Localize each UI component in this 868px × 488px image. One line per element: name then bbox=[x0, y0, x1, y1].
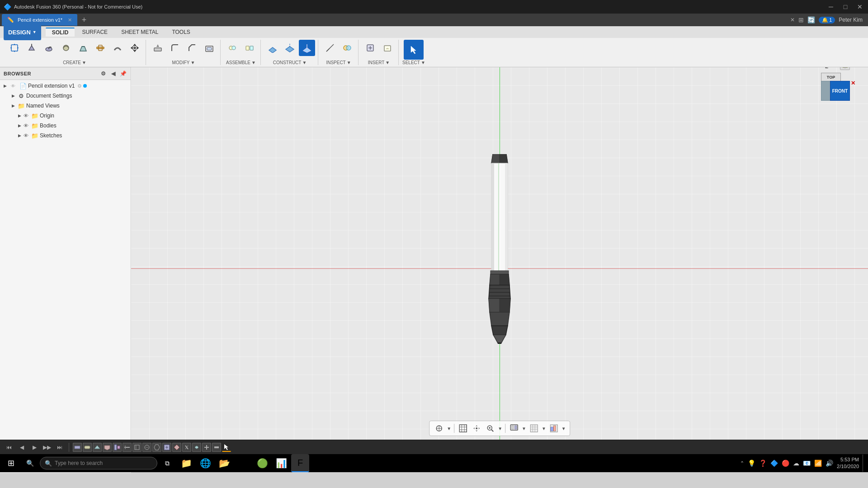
new-component-button[interactable] bbox=[6, 40, 23, 56]
next-frame-button[interactable]: ▶▶ bbox=[42, 442, 52, 453]
sweep-button[interactable] bbox=[58, 40, 74, 56]
root-visibility-icon[interactable]: 👁 bbox=[9, 82, 17, 89]
browser-settings-icon[interactable]: ⚙ bbox=[99, 70, 107, 78]
timeline-tool-12[interactable] bbox=[182, 443, 191, 452]
zoom-arrow[interactable]: ▼ bbox=[498, 426, 502, 431]
viewport[interactable]: 🏠 Z TOP FRONT ✕ bbox=[131, 67, 868, 440]
close-file-icon[interactable]: ✕ bbox=[790, 17, 795, 23]
bodies-arrow[interactable]: ▶ bbox=[16, 122, 23, 129]
revolve-button[interactable] bbox=[41, 40, 57, 56]
pipe-button[interactable] bbox=[109, 40, 126, 56]
tab-sheet-metal[interactable]: SHEET METAL bbox=[115, 28, 165, 36]
modify-arrow-icon[interactable]: ▼ bbox=[190, 60, 195, 65]
tray-unknown-icon[interactable]: 🔴 bbox=[782, 460, 789, 467]
sketches-arrow[interactable]: ▶ bbox=[16, 132, 23, 139]
go-start-button[interactable]: ⏮ bbox=[4, 442, 14, 453]
origin-visibility-icon[interactable]: 👁 bbox=[23, 113, 29, 119]
timeline-tool-1[interactable] bbox=[73, 443, 82, 452]
insert-derive-button[interactable] bbox=[362, 40, 378, 56]
browser-item-root[interactable]: ▶ 👁 📄 Pencil extension v1 ⚙ bbox=[0, 81, 131, 91]
timeline-tool-7[interactable] bbox=[132, 443, 142, 452]
snap-arrow[interactable]: ▼ bbox=[447, 426, 451, 431]
construct-active-button[interactable] bbox=[299, 40, 315, 56]
viewcube[interactable]: 🏠 Z TOP FRONT ✕ bbox=[814, 73, 850, 109]
timeline-tool-10[interactable] bbox=[162, 443, 171, 452]
search-bar[interactable]: 🔍 Type here to search bbox=[40, 457, 157, 469]
browser-item-sketches[interactable]: ▶ 👁 📁 Sketches bbox=[0, 131, 131, 141]
inspect-arrow-icon[interactable]: ▼ bbox=[347, 60, 351, 65]
construct-arrow-icon[interactable]: ▼ bbox=[302, 60, 307, 65]
user-name[interactable]: Peter Kim bbox=[839, 17, 863, 23]
browser-item-named-views[interactable]: ▶ 📁 Named Views bbox=[0, 101, 131, 111]
taskbar-app-unknown-1[interactable]: 📊 bbox=[272, 454, 290, 472]
tab-solid[interactable]: SOLID bbox=[46, 28, 75, 37]
timeline-tool-6[interactable] bbox=[123, 443, 132, 452]
named-views-arrow[interactable]: ▶ bbox=[10, 103, 16, 109]
timeline-tool-8[interactable] bbox=[142, 443, 151, 452]
shell-button[interactable] bbox=[201, 40, 217, 56]
go-end-button[interactable]: ⏭ bbox=[54, 442, 65, 453]
insert-arrow-icon[interactable]: ▼ bbox=[385, 60, 390, 65]
browser-item-doc-settings[interactable]: ▶ ⚙ Document Settings bbox=[0, 91, 131, 101]
bodies-visibility-icon[interactable]: 👁 bbox=[23, 122, 29, 129]
origin-arrow[interactable]: ▶ bbox=[16, 113, 23, 119]
viewcube-front-face[interactable]: FRONT bbox=[830, 81, 850, 101]
taskbar-app-unknown-2[interactable]: F bbox=[291, 454, 309, 472]
interference-button[interactable] bbox=[339, 40, 355, 56]
pan-button[interactable] bbox=[471, 422, 482, 434]
offset-plane-button[interactable] bbox=[264, 40, 281, 56]
view-mode-button[interactable] bbox=[508, 422, 520, 434]
sketches-visibility-icon[interactable]: 👁 bbox=[23, 132, 29, 139]
tray-onedrive-icon[interactable]: ☁ bbox=[793, 460, 799, 467]
assemble-arrow-icon[interactable]: ▼ bbox=[251, 60, 256, 65]
prev-frame-button[interactable]: ◀ bbox=[16, 442, 27, 453]
browser-item-bodies[interactable]: ▶ 👁 📁 Bodies bbox=[0, 121, 131, 131]
timeline-tool-14[interactable] bbox=[202, 443, 211, 452]
taskbar-app-spotify[interactable]: 🟢 bbox=[253, 454, 271, 472]
pointer-mode-button[interactable] bbox=[222, 443, 231, 452]
tab-surface[interactable]: SURFACE bbox=[75, 28, 114, 36]
loft-button[interactable] bbox=[75, 40, 91, 56]
play-button[interactable]: ▶ bbox=[29, 442, 40, 453]
home-icon[interactable]: 🏠 bbox=[840, 67, 850, 70]
tray-network-icon[interactable]: 💡 bbox=[748, 460, 755, 467]
document-tab[interactable]: ✏️ Pencil extension v1* ✕ bbox=[2, 14, 77, 26]
timeline-tool-13[interactable] bbox=[192, 443, 201, 452]
tray-mail-icon[interactable]: 📧 bbox=[803, 460, 811, 467]
tray-wifi-icon[interactable]: 📶 bbox=[814, 460, 822, 467]
close-button[interactable]: ✕ bbox=[855, 2, 864, 11]
sync-icon[interactable]: 🔄 bbox=[807, 16, 815, 23]
browser-item-origin[interactable]: ▶ 👁 📁 Origin bbox=[0, 111, 131, 121]
timeline-tool-2[interactable] bbox=[83, 443, 92, 452]
snap-menu-button[interactable] bbox=[433, 422, 445, 434]
browser-pin-icon[interactable]: 📌 bbox=[119, 70, 127, 78]
midplane-button[interactable] bbox=[282, 40, 298, 56]
task-view-button[interactable]: ⧉ bbox=[158, 454, 176, 472]
design-dropdown[interactable]: DESIGN ▼ bbox=[4, 24, 41, 40]
timeline-tool-5[interactable] bbox=[113, 443, 122, 452]
grid-display-button[interactable] bbox=[528, 422, 540, 434]
analysis-arrow[interactable]: ▼ bbox=[561, 426, 566, 431]
decal-button[interactable] bbox=[379, 40, 396, 56]
select-arrow-icon[interactable]: ▼ bbox=[421, 60, 425, 65]
tab-tools[interactable]: TOOLS bbox=[165, 28, 196, 36]
tray-help-icon[interactable]: ❓ bbox=[759, 460, 767, 467]
extrude-button[interactable] bbox=[24, 40, 40, 56]
minimize-button[interactable]: ─ bbox=[826, 2, 835, 11]
tab-close-icon[interactable]: ✕ bbox=[68, 17, 72, 23]
joint-button[interactable] bbox=[224, 40, 241, 56]
start-button[interactable]: ⊞ bbox=[2, 454, 20, 472]
browser-collapse-icon[interactable]: ◀ bbox=[109, 70, 117, 78]
grid-button[interactable] bbox=[457, 422, 469, 434]
taskbar-app-explorer[interactable]: 📁 bbox=[177, 454, 195, 472]
press-pull-button[interactable] bbox=[150, 40, 166, 56]
fillet-button[interactable] bbox=[167, 40, 183, 56]
add-tab-button[interactable]: + bbox=[79, 15, 89, 25]
system-clock[interactable]: 5:53 PM 2/10/2020 bbox=[837, 456, 859, 470]
tray-sound-icon[interactable]: 🔊 bbox=[826, 460, 833, 467]
maximize-button[interactable]: □ bbox=[841, 2, 850, 11]
timeline-tool-11[interactable] bbox=[172, 443, 181, 452]
grid-display-arrow[interactable]: ▼ bbox=[542, 426, 546, 431]
zoom-button[interactable] bbox=[484, 422, 496, 434]
view-mode-arrow[interactable]: ▼ bbox=[522, 426, 526, 431]
